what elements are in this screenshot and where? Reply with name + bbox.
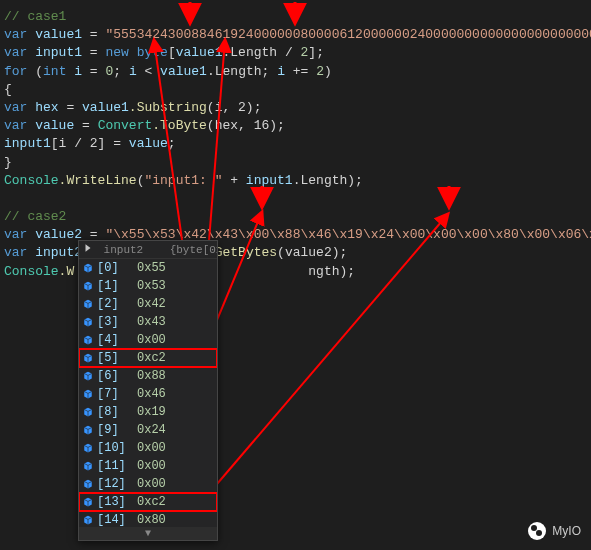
kw: new: [105, 45, 136, 60]
args: (i, 2);: [207, 100, 262, 115]
op: =: [82, 45, 105, 60]
tooltip-index: [2]: [97, 297, 137, 311]
type: Convert: [98, 118, 153, 133]
punc: ];: [308, 45, 324, 60]
kw: var: [4, 27, 35, 42]
tooltip-row[interactable]: [9]0x24: [79, 421, 217, 439]
tooltip-more-icon[interactable]: ▼: [79, 527, 217, 540]
expr: [i / 2] =: [51, 136, 129, 151]
var: value1: [82, 100, 129, 115]
type: Console: [4, 264, 59, 279]
op: =: [82, 27, 105, 42]
tooltip-index: [1]: [97, 279, 137, 293]
tooltip-index: [3]: [97, 315, 137, 329]
field-icon: [83, 353, 93, 363]
op: /: [277, 45, 300, 60]
method: .WriteLine: [59, 173, 137, 188]
brace: {: [4, 82, 12, 97]
debug-tooltip[interactable]: input2 {byte[0x00000021]} [0]0x55[1]0x53…: [78, 240, 218, 541]
tooltip-value: 0x43: [137, 315, 166, 329]
tooltip-row[interactable]: [10]0x00: [79, 439, 217, 457]
tooltip-row[interactable]: [14]0x80: [79, 511, 217, 527]
tooltip-index: [10]: [97, 441, 137, 455]
tooltip-row[interactable]: [6]0x88: [79, 367, 217, 385]
tooltip-value: 0x55: [137, 261, 166, 275]
var: value2: [35, 227, 82, 242]
expand-icon: [83, 243, 93, 253]
tooltip-value: 0x53: [137, 279, 166, 293]
kw: int: [43, 64, 74, 79]
tail: ngth);: [308, 264, 355, 279]
tooltip-value: 0x88: [137, 369, 166, 383]
comment: // case1: [4, 9, 66, 24]
op: +: [222, 173, 245, 188]
tooltip-row[interactable]: [7]0x46: [79, 385, 217, 403]
tooltip-row[interactable]: [2]0x42: [79, 295, 217, 313]
method: .ToByte: [152, 118, 207, 133]
tooltip-value: 0x00: [137, 459, 166, 473]
punc: ;: [168, 136, 176, 151]
var: i: [277, 64, 285, 79]
tooltip-index: [11]: [97, 459, 137, 473]
tooltip-value: 0x00: [137, 333, 166, 347]
tooltip-row[interactable]: [11]0x00: [79, 457, 217, 475]
tooltip-body[interactable]: [0]0x55[1]0x53[2]0x42[3]0x43[4]0x00[5]0x…: [79, 259, 217, 527]
method: .Substring: [129, 100, 207, 115]
tooltip-row[interactable]: [5]0xc2: [79, 349, 217, 367]
tooltip-row[interactable]: [13]0xc2: [79, 493, 217, 511]
kw: var: [4, 227, 35, 242]
wechat-icon: [528, 522, 546, 540]
string: "input1: ": [144, 173, 222, 188]
var: input2: [35, 245, 82, 260]
field-icon: [83, 515, 93, 525]
var: input1: [246, 173, 293, 188]
kw: for: [4, 64, 35, 79]
args: (hex, 16);: [207, 118, 285, 133]
punc: ;: [262, 64, 278, 79]
tooltip-index: [5]: [97, 351, 137, 365]
field-icon: [83, 425, 93, 435]
field-icon: [83, 407, 93, 417]
tooltip-row[interactable]: [0]0x55: [79, 259, 217, 277]
tooltip-row[interactable]: [12]0x00: [79, 475, 217, 493]
tooltip-header: input2 {byte[0x00000021]}: [79, 241, 217, 259]
tooltip-value: 0x42: [137, 297, 166, 311]
var: value: [35, 118, 74, 133]
field-icon: [83, 299, 93, 309]
string: "555342430088461924000000800006120000002…: [105, 27, 591, 42]
tooltip-value: 0x46: [137, 387, 166, 401]
tooltip-value: 0x24: [137, 423, 166, 437]
tooltip-index: [7]: [97, 387, 137, 401]
type: byte: [137, 45, 168, 60]
tooltip-value: 0x00: [137, 441, 166, 455]
tooltip-index: [6]: [97, 369, 137, 383]
kw: var: [4, 245, 35, 260]
tooltip-row[interactable]: [8]0x19: [79, 403, 217, 421]
field-icon: [83, 371, 93, 381]
field-icon: [83, 461, 93, 471]
var: hex: [35, 100, 58, 115]
var: i: [74, 64, 82, 79]
var: value1: [35, 27, 82, 42]
tooltip-index: [13]: [97, 495, 137, 509]
tooltip-type: {byte[0x00000021]}: [170, 244, 217, 256]
punc: (: [35, 64, 43, 79]
field-icon: [83, 389, 93, 399]
op: +=: [285, 64, 316, 79]
tooltip-row[interactable]: [1]0x53: [79, 277, 217, 295]
kw: var: [4, 100, 35, 115]
brace: }: [4, 155, 12, 170]
prop: .Length: [207, 64, 262, 79]
method: .W: [59, 264, 75, 279]
field-icon: [83, 479, 93, 489]
field-icon: [83, 263, 93, 273]
tooltip-value: 0xc2: [137, 351, 166, 365]
tooltip-value: 0x80: [137, 513, 166, 527]
tooltip-value: 0xc2: [137, 495, 166, 509]
prop: .Length: [293, 173, 348, 188]
tooltip-row[interactable]: [4]0x00: [79, 331, 217, 349]
tooltip-row[interactable]: [3]0x43: [79, 313, 217, 331]
watermark: MyIO: [528, 522, 581, 540]
punc: ;: [113, 64, 129, 79]
tooltip-index: [14]: [97, 513, 137, 527]
